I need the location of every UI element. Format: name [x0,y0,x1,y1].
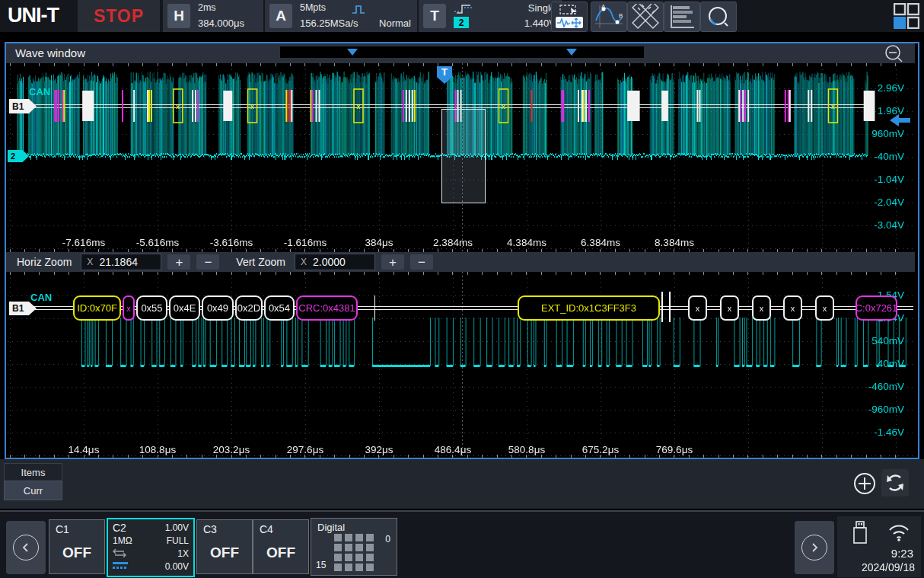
usb-icon [851,521,869,548]
time-tick-label: 203.2μs [199,444,263,456]
channel2-impedance: 1MΩ [113,535,132,546]
decode-items-row: Items Curr [0,459,924,509]
measure-tool-button[interactable] [627,2,664,32]
acquire-menu-button[interactable]: A 5Mpts 156.25MSa/s Normal [263,0,419,32]
panel-scroll-left-button[interactable] [6,521,46,574]
decode-frame[interactable]: C:0x7261 [855,295,897,321]
digital-bit-square [355,564,363,571]
pulse-icon [352,4,370,18]
acquire-key: A [269,4,292,28]
decode-frame[interactable]: 0x4E [169,295,200,321]
wifi-icon [887,524,910,545]
horiz-zoom-minus-button[interactable]: − [196,254,219,270]
channel2-bandwidth: FULL [167,535,189,546]
curr-tab[interactable]: Curr [4,481,62,500]
voltage-tick-label: 540mV [871,335,904,347]
digital-bit-square [366,564,374,571]
vert-zoom-plus-button[interactable]: + [381,254,404,270]
trigger-source-badge: 2 [454,17,469,28]
vert-zoom-minus-button[interactable]: − [410,254,433,270]
time-tick-label: 769.6μs [642,444,706,456]
digital-bit-square [366,534,374,541]
decode-frame[interactable]: x [815,295,834,321]
voltage-tick-label: -1.46V [874,426,904,439]
decode-frame[interactable]: 0x2D [235,295,263,321]
decode-frame[interactable]: ID:0x70F [73,295,121,321]
digital-bit-square [355,554,363,561]
decode-frame[interactable]: x [752,295,771,321]
trigger-menu-button[interactable]: T 2 Single 1.440V [417,0,563,32]
horiz-zoom-plus-button[interactable]: + [167,254,190,270]
digital-name: Digital [317,522,345,533]
zoom-region-highlight[interactable] [441,109,486,203]
display-split-icon[interactable] [894,3,919,32]
channel4-card[interactable]: C4 OFF [253,519,309,574]
time-tick-label: -3.616ms [199,237,263,249]
time-tick-label: 4.384ms [495,237,559,249]
zoom-left-marker[interactable] [347,49,358,56]
channel1-card[interactable]: C1 OFF [49,519,105,574]
decode-frame[interactable]: 0x49 [202,295,234,321]
decode-frame[interactable]: 0x54 [264,295,295,321]
brand-logo: UNI-T [8,4,59,27]
time-tick-label: 8.384ms [642,237,706,249]
trigger-key: T [423,4,446,28]
decode-frame[interactable]: x [688,295,707,321]
time-tick-label: 108.8μs [126,444,190,456]
decode-frame[interactable]: x [783,295,802,321]
decode-frame[interactable]: CRC:0x4381 [296,295,358,321]
time-tick-label: -7.616ms [52,237,116,249]
wave-zoom-tool-button[interactable] [551,2,588,32]
decode-frame[interactable]: 0x55 [136,295,167,321]
horizontal-menu-button[interactable]: H 2ms 384.000μs [161,0,265,32]
channel1-name: C1 [56,523,69,535]
statistics-list-button[interactable] [664,2,700,32]
zoom-bus-label: CAN [30,292,52,303]
channel2-scale: 1.00V [165,522,189,533]
digital-card[interactable]: Digital 0 15 [311,518,397,576]
add-button[interactable] [852,471,877,499]
time-tick-label: -5.616ms [126,237,190,249]
panel-scroll-right-button[interactable] [795,521,834,574]
digital-bit-square [355,544,363,551]
ground-level-icon [113,561,129,572]
cursor-tool-button[interactable]: A B [591,2,627,32]
time-tick-label: 392μs [347,444,411,456]
bus-label: CAN [29,86,50,97]
horizontal-offset: 384.000μs [198,18,244,29]
digital-bit-square [345,554,352,561]
digital-bit-square [345,534,352,541]
decode-frame[interactable]: x [720,295,739,321]
main-waveform-plot[interactable]: CAN B1 2 T 2.96V1.96V960mV-40mV-1.04V-2.… [6,63,915,252]
status-panel[interactable]: 9:23 2024/09/18 [837,516,921,577]
zoom-waveform-plot[interactable]: CAN B1 ID:0x70Fx0x550x4E0x490x2D0x54CRC:… [6,272,915,458]
channel3-state: OFF [197,544,252,561]
trigger-edge-icon [454,3,473,17]
horizontal-key: H [167,4,190,28]
vert-zoom-value-box[interactable]: X 2.0000 [295,254,375,270]
horiz-zoom-value-box[interactable]: X 21.1864 [81,254,161,270]
horiz-zoom-label: Horiz Zoom [17,256,72,268]
record-scrollbar[interactable] [280,46,644,58]
channel1-state: OFF [49,544,104,561]
decode-frame[interactable]: x [123,295,135,321]
run-stop-button[interactable]: STOP [78,0,160,32]
acquire-mode: Normal [379,18,411,29]
acquire-sample-rate: 156.25MSa/s [300,18,358,29]
channel4-name: C4 [260,523,273,535]
items-tab[interactable]: Items [4,463,62,482]
voltage-tick-label: -3.04V [874,219,904,232]
zoom-control-bar: Horiz Zoom X 21.1864 + − Vert Zoom X 2.0… [6,252,915,272]
zoom-right-marker[interactable] [566,49,577,56]
channel3-card[interactable]: C3 OFF [196,519,253,574]
clock-date: 2024/09/18 [862,561,915,573]
vert-zoom-mult: X [301,257,307,267]
search-tool-button[interactable] [700,2,737,32]
refresh-button[interactable] [881,469,909,497]
voltage-tick-label: -960mV [868,404,904,416]
decode-frame[interactable]: EXT_ID:0x1C3FF3F3 [518,295,660,321]
channel2-probe: 1X [177,548,189,559]
oscilloscope-screen: UNI-T STOP H 2ms 384.000μs A 5Mpts 156.2… [0,0,924,578]
channel2-card[interactable]: C2 1.00V 1MΩ FULL 1X [107,518,195,577]
time-tick-label: 580.8μs [495,444,559,456]
